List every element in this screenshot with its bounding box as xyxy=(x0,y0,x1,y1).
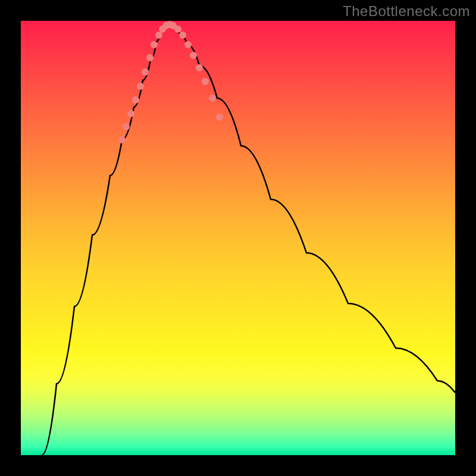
overlay-dot xyxy=(132,96,139,104)
overlay-dot xyxy=(179,32,186,39)
plot-area xyxy=(21,21,455,455)
overlay-dot xyxy=(196,64,203,71)
overlay-dot xyxy=(123,123,130,130)
overlay-dot xyxy=(190,52,197,59)
overlay-dot xyxy=(184,41,192,48)
v-curve-path xyxy=(42,25,455,455)
overlay-dot xyxy=(151,41,158,48)
overlay-dot xyxy=(202,78,209,85)
overlay-dot xyxy=(146,54,154,61)
overlay-dot xyxy=(127,110,134,117)
overlay-dot xyxy=(209,95,216,102)
watermark: TheBottleneck.com xyxy=(343,3,470,20)
overlay-dot xyxy=(118,136,126,143)
overlay-dot xyxy=(155,32,162,39)
overlay-dot xyxy=(137,83,144,90)
overlay-dot xyxy=(216,114,223,121)
curve-svg xyxy=(21,21,455,455)
overlay-dot xyxy=(142,68,149,76)
chart-container: TheBottleneck.com xyxy=(0,0,476,476)
overlay-dot xyxy=(174,26,181,33)
